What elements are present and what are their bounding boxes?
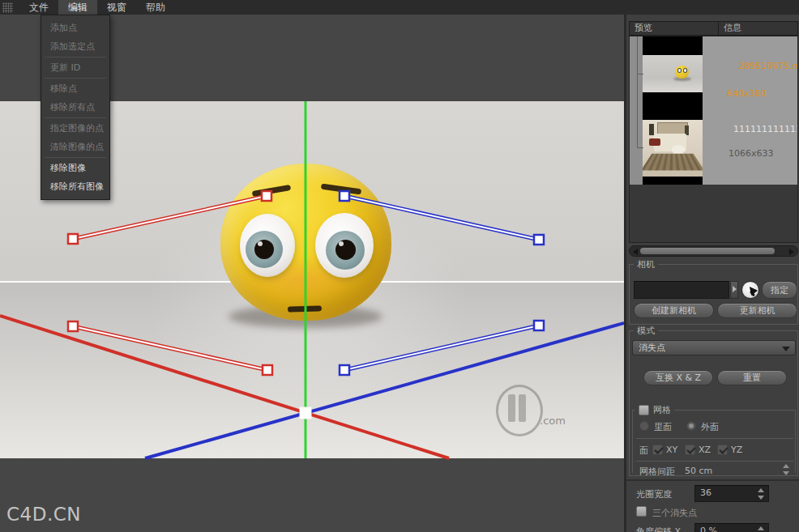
grid-spacing-value: 50 cm [685, 466, 712, 476]
menu-item-update-id[interactable]: 更新 ID [41, 58, 109, 77]
preview-header-row: 预览 信息 [629, 21, 798, 36]
angle-offset-stepper[interactable] [758, 526, 765, 532]
info-column-header[interactable]: 信息 [719, 21, 798, 36]
pick-object-button[interactable] [741, 281, 759, 299]
plane-yz-checkbox[interactable] [717, 445, 728, 455]
three-vanishing-points-checkbox[interactable] [636, 506, 647, 517]
menu-item-clear-image-points[interactable]: 清除图像的点 [41, 138, 109, 156]
angle-offset-x-value: 0 % [700, 526, 717, 532]
thumb-emoji [675, 66, 689, 79]
chevron-down-icon [782, 347, 790, 351]
x-handle-1[interactable] [262, 191, 271, 201]
outside-radio[interactable] [686, 421, 696, 431]
x-handle-4[interactable] [263, 365, 272, 375]
thumb-emoji-eye [683, 68, 687, 73]
menu-separator [45, 78, 106, 79]
menu-item-add-selected-point[interactable]: 添加选定点 [41, 37, 109, 56]
preview-row-video[interactable]: 289510675.mp4 640x360 [630, 36, 797, 111]
menu-window[interactable]: 视窗 [97, 0, 136, 15]
camera-link-input[interactable] [634, 281, 729, 299]
plane-xy-checkbox[interactable] [652, 445, 663, 455]
menu-bar: 文件 编辑 视窗 帮助 [0, 0, 799, 15]
inside-radio[interactable] [639, 421, 649, 431]
outside-radio-label: 外面 [701, 421, 719, 433]
menu-edit[interactable]: 编辑 [58, 0, 97, 15]
aperture-value: 36 [700, 487, 711, 498]
video-resolution: 640x360 [727, 88, 767, 99]
mode-dropdown[interactable]: 消失点 [632, 340, 796, 355]
aperture-stepper[interactable] [758, 488, 765, 500]
stepper-up-icon [758, 488, 764, 492]
grid-group: 网格 里面 外面 面 XY XZ YZ 网格间距 50 cm [632, 410, 796, 473]
aperture-input[interactable]: 36 [694, 485, 769, 502]
grid-group-legend: 网格 [635, 404, 674, 416]
scroll-left-icon[interactable] [633, 249, 638, 255]
assign-button[interactable]: 指定 [762, 281, 797, 299]
angle-offset-x-label: 角度偏移 X [636, 526, 681, 532]
mode-dropdown-value: 消失点 [639, 343, 665, 353]
z-guide-top-core [344, 196, 539, 240]
update-camera-button[interactable]: 更新相机 [717, 303, 797, 318]
video-filename: 289510675.mp4 [738, 61, 797, 71]
stepper-up-icon [758, 526, 764, 530]
plane-yz-label: YZ [731, 445, 742, 455]
image-resolution: 1066x633 [728, 148, 774, 159]
inside-radio-label: 里面 [654, 421, 672, 433]
tree-branch [637, 74, 643, 74]
menu-item-add-point[interactable]: 添加点 [41, 19, 109, 37]
thumb-pillow [649, 138, 660, 146]
create-camera-button[interactable]: 创建新相机 [634, 303, 714, 318]
grid-spacing-stepper[interactable] [783, 464, 790, 475]
menu-help[interactable]: 帮助 [136, 0, 175, 15]
camera-link-expand-button[interactable] [730, 281, 738, 299]
grid-spacing-label: 网格间距 [639, 466, 675, 478]
three-vanishing-points-label: 三个消失点 [652, 507, 697, 519]
menu-item-remove-image[interactable]: 移除图像 [41, 159, 109, 177]
edit-dropdown-menu: 添加点 添加选定点 更新 ID 移除点 移除所有点 指定图像的点 清除图像的点 … [41, 15, 110, 200]
thumb-plant [649, 124, 654, 135]
stepper-down-icon [758, 496, 764, 500]
z-handle-1[interactable] [340, 191, 349, 201]
plane-xz-checkbox[interactable] [685, 445, 695, 455]
horizontal-scrollbar[interactable] [629, 245, 798, 257]
separator [636, 461, 793, 462]
preview-row-image[interactable]: 111111111111.jpg 1066x633 [630, 111, 797, 185]
thumb-carpet [643, 154, 703, 171]
grid-checkbox[interactable] [639, 405, 649, 415]
aperture-label: 光圈宽度 [636, 488, 672, 500]
vanishing-cross-handle[interactable] [300, 407, 311, 419]
x-handle-2[interactable] [68, 234, 78, 244]
z-guide-bottom-core [344, 326, 539, 370]
z-handle-2[interactable] [534, 235, 544, 245]
x-handle-3[interactable] [68, 321, 78, 331]
video-info-cell: 289510675.mp4 640x360 [703, 36, 797, 111]
stepper-up-icon [783, 464, 789, 468]
menu-item-assign-image-points[interactable]: 指定图像的点 [41, 119, 109, 138]
camera-group: 相机 指定 创建新相机 更新相机 [629, 264, 798, 325]
reset-button[interactable]: 重置 [717, 370, 787, 385]
menu-item-remove-all-images[interactable]: 移除所有图像 [41, 177, 109, 196]
grip-icon[interactable] [2, 2, 13, 13]
menu-item-remove-point[interactable]: 移除点 [41, 79, 109, 98]
image-filename: 111111111111.jpg [733, 124, 797, 134]
mode-group-title: 模式 [634, 325, 658, 337]
menu-file[interactable]: 文件 [19, 0, 58, 15]
menu-item-remove-all-points[interactable]: 移除所有点 [41, 98, 109, 117]
scrollbar-thumb[interactable] [640, 248, 775, 254]
swap-xz-button[interactable]: 互换 X & Z [643, 370, 713, 385]
thumb-scene [643, 55, 703, 92]
preview-column-header[interactable]: 预览 [629, 21, 719, 36]
section-divider [626, 479, 799, 481]
separator [636, 438, 793, 439]
image-thumbnail[interactable] [643, 111, 703, 185]
camera-group-title: 相机 [634, 258, 658, 270]
angle-offset-x-input[interactable]: 0 % [694, 523, 769, 532]
scroll-right-icon[interactable] [789, 249, 794, 255]
z-handle-4[interactable] [534, 321, 544, 330]
video-thumbnail[interactable] [643, 36, 703, 111]
menu-separator [45, 117, 106, 118]
plane-label: 面 [639, 445, 648, 457]
z-handle-3[interactable] [340, 365, 349, 375]
application-window: 文件 编辑 视窗 帮助 .com [0, 0, 799, 532]
mode-group: 模式 消失点 互换 X & Z 重置 网格 里面 外面 面 [629, 330, 798, 476]
